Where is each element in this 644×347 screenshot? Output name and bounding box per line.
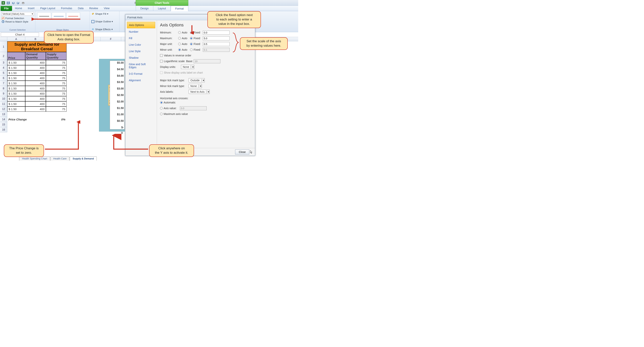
print-icon[interactable]: [21, 1, 25, 5]
close-button[interactable]: Close: [235, 150, 249, 154]
tab-review[interactable]: Review: [86, 6, 101, 11]
cell-supply[interactable]: 75: [46, 91, 66, 96]
crosses-auto-radio[interactable]: [160, 101, 163, 104]
col-header-F[interactable]: F: [100, 37, 121, 41]
dialog-nav-item[interactable]: Fill: [127, 35, 155, 41]
cell-demand[interactable]: 400: [25, 76, 46, 81]
row-header-8[interactable]: 8: [0, 86, 7, 91]
axis-value-input[interactable]: [203, 42, 230, 46]
tab-data[interactable]: Data: [75, 6, 86, 11]
cell-supply[interactable]: 75: [46, 96, 66, 101]
tab-layout[interactable]: Layout: [153, 6, 171, 11]
cell-supply[interactable]: 75: [46, 106, 66, 112]
cell-supply[interactable]: 75: [46, 101, 66, 106]
name-box[interactable]: Chart 4: [1, 32, 39, 37]
col-header-B[interactable]: B: [25, 37, 46, 41]
cell-demand[interactable]: 400: [25, 91, 46, 96]
save-icon[interactable]: [6, 1, 10, 5]
header-demand[interactable]: DemandQuantity: [25, 52, 46, 60]
cell-demand[interactable]: 400: [25, 101, 46, 106]
cell-demand[interactable]: 400: [25, 86, 46, 91]
sheet-tab-health-spending[interactable]: Health Spending Chart: [19, 156, 50, 160]
dialog-nav-item[interactable]: Line Style: [127, 48, 155, 54]
chart-element-selector[interactable]: Vertical (Value) Axis ▾: [2, 12, 34, 16]
row-header-4[interactable]: 4: [0, 65, 7, 70]
cell-demand[interactable]: 400: [25, 96, 46, 101]
cell-price[interactable]: $ 1.50: [7, 91, 25, 96]
reverse-order-checkbox[interactable]: [160, 54, 163, 57]
cell-demand[interactable]: 400: [25, 65, 46, 70]
row-header-5[interactable]: 5: [0, 70, 7, 76]
cell-supply[interactable]: 75: [46, 81, 66, 86]
row-header-7[interactable]: 7: [0, 81, 7, 86]
shape-outline-button[interactable]: Shape Outline ▾: [91, 20, 118, 23]
major-tick-combo[interactable]: Outside▾: [189, 78, 205, 82]
redo-icon[interactable]: [16, 1, 20, 5]
minor-tick-combo[interactable]: None▾: [189, 84, 202, 88]
sheet-tab-health-care[interactable]: Health Care: [50, 156, 70, 160]
row-header-16[interactable]: 16: [0, 127, 7, 132]
header-supply[interactable]: SupplyQuantity: [46, 52, 66, 60]
axis-labels-combo[interactable]: Next to Axis▾: [189, 90, 210, 94]
fixed-radio[interactable]: [190, 37, 193, 40]
auto-radio[interactable]: [178, 48, 181, 51]
select-all-corner[interactable]: [0, 37, 7, 41]
cell-price[interactable]: $ 1.50: [7, 60, 25, 65]
tab-home[interactable]: Home: [12, 6, 25, 11]
axis-value-input[interactable]: [203, 30, 230, 34]
row-header-9[interactable]: 9: [0, 91, 7, 96]
cell-supply[interactable]: 75: [46, 60, 66, 65]
crosses-max-radio[interactable]: [160, 112, 163, 115]
cell-supply[interactable]: 75: [46, 76, 66, 81]
cell-supply[interactable]: 75: [46, 65, 66, 70]
dialog-nav-item[interactable]: Axis Options: [127, 22, 155, 28]
dialog-nav-item[interactable]: 3-D Format: [127, 71, 155, 77]
cell-demand[interactable]: 400: [25, 106, 46, 112]
dialog-nav-item[interactable]: Alignment: [127, 77, 155, 83]
dialog-nav-item[interactable]: Line Color: [127, 42, 155, 48]
fixed-radio[interactable]: [190, 48, 193, 51]
cell-price[interactable]: $ 1.50: [7, 101, 25, 106]
tab-insert[interactable]: Insert: [25, 6, 37, 11]
fixed-radio[interactable]: [190, 43, 193, 45]
row-header-11[interactable]: 11: [0, 101, 7, 106]
col-header-A[interactable]: A: [7, 37, 25, 41]
dialog-nav-item[interactable]: Number: [127, 29, 155, 35]
cell-price[interactable]: $ 1.50: [7, 81, 25, 86]
row-header-15[interactable]: 15: [0, 122, 7, 127]
auto-radio[interactable]: [178, 31, 181, 34]
tab-format[interactable]: Format: [171, 6, 188, 11]
auto-radio[interactable]: [178, 37, 181, 40]
row-header-13[interactable]: 13: [0, 112, 7, 117]
cell-price[interactable]: $ 1.50: [7, 76, 25, 81]
dialog-nav-item[interactable]: Glow and Soft Edges: [127, 61, 155, 70]
row-header-12[interactable]: 12: [0, 106, 7, 112]
dialog-nav-item[interactable]: Shadow: [127, 55, 155, 61]
price-change-label[interactable]: Price Change: [7, 117, 46, 122]
format-selection-button[interactable]: Format Selection: [2, 16, 34, 20]
tab-design[interactable]: Design: [136, 6, 153, 11]
cell-demand[interactable]: 400: [25, 60, 46, 65]
row-header-3[interactable]: 3: [0, 60, 7, 65]
row-header-1[interactable]: 1: [0, 41, 7, 52]
cell-price[interactable]: $ 1.50: [7, 86, 25, 91]
undo-icon[interactable]: [11, 1, 15, 5]
row-header-2[interactable]: 2: [0, 52, 7, 60]
shape-fill-button[interactable]: Shape Fill ▾: [91, 12, 118, 16]
embedded-chart[interactable]: Price per Unit $5.00$4.50$4.00$3.50$3.00…: [99, 59, 125, 132]
tab-page-layout[interactable]: Page Layout: [38, 6, 58, 11]
cell-demand[interactable]: 400: [25, 81, 46, 86]
cell-supply[interactable]: 75: [46, 86, 66, 91]
cell-supply[interactable]: 75: [46, 70, 66, 76]
y-axis[interactable]: $5.00$4.50$4.00$3.50$3.00$2.50$2.00$1.50…: [110, 60, 125, 130]
display-units-combo[interactable]: None▾: [181, 65, 194, 69]
cell-price[interactable]: $ 1.50: [7, 65, 25, 70]
cell-price[interactable]: $ 1.50: [7, 70, 25, 76]
row-header-14[interactable]: 14: [0, 117, 7, 122]
auto-radio[interactable]: [178, 43, 181, 45]
tab-view[interactable]: View: [101, 6, 112, 11]
row-header-10[interactable]: 10: [0, 96, 7, 101]
cell-demand[interactable]: 400: [25, 70, 46, 76]
axis-value-input[interactable]: [203, 36, 230, 40]
reset-match-style-button[interactable]: Reset to Match Style: [2, 20, 34, 23]
